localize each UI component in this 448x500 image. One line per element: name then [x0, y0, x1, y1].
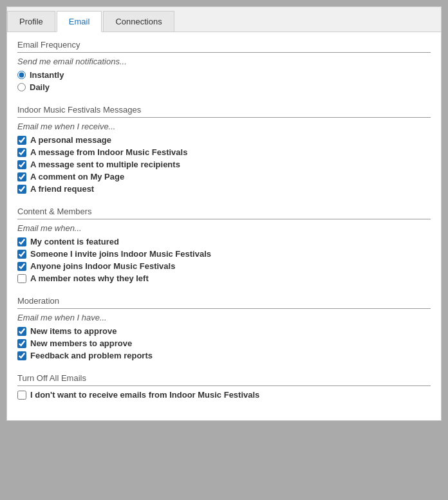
- turn-off-title: Turn Off All Emails: [17, 373, 431, 383]
- content-members-subtitle: Email me when...: [17, 223, 431, 233]
- checkbox-new-items[interactable]: New items to approve: [17, 326, 431, 336]
- checkbox-org-msg-input[interactable]: [17, 148, 26, 157]
- checkbox-new-members[interactable]: New members to approve: [17, 338, 431, 348]
- section-email-frequency: Email Frequency Send me email notificati…: [17, 40, 431, 92]
- radio-daily-input[interactable]: [17, 83, 26, 91]
- checkbox-invite-joins-label: Someone I invite joins Indoor Music Fest…: [30, 249, 211, 259]
- checkbox-content-featured-label: My content is featured: [30, 237, 119, 246]
- indoor-music-subtitle: Email me when I receive...: [17, 122, 431, 131]
- checkbox-multi-msg-input[interactable]: [17, 160, 26, 169]
- radio-instantly-input[interactable]: [17, 71, 26, 79]
- section-moderation: Moderation Email me when I have... New i…: [17, 296, 431, 360]
- checkbox-no-emails-input[interactable]: [17, 391, 26, 400]
- checkbox-member-left-input[interactable]: [17, 274, 26, 283]
- tab-connections[interactable]: Connections: [103, 11, 174, 32]
- checkbox-member-left-label: A member notes why they left: [30, 273, 149, 283]
- checkbox-no-emails[interactable]: I don't want to receive emails from Indo…: [17, 390, 431, 400]
- checkbox-feedback[interactable]: Feedback and problem reports: [17, 351, 431, 360]
- radio-instantly[interactable]: Instantly: [17, 70, 431, 80]
- checkbox-new-items-input[interactable]: [17, 327, 26, 336]
- radio-instantly-label: Instantly: [30, 70, 64, 80]
- checkbox-new-items-label: New items to approve: [30, 326, 117, 336]
- checkbox-feedback-label: Feedback and problem reports: [30, 351, 153, 360]
- checkbox-personal-msg-label: A personal message: [30, 135, 111, 145]
- checkbox-org-msg[interactable]: A message from Indoor Music Festivals: [17, 147, 431, 157]
- checkbox-org-msg-label: A message from Indoor Music Festivals: [30, 147, 187, 157]
- moderation-subtitle: Email me when I have...: [17, 313, 431, 322]
- content-area: Email Frequency Send me email notificati…: [7, 32, 441, 420]
- tab-profile[interactable]: Profile: [7, 11, 55, 32]
- checkbox-friend-req-input[interactable]: [17, 185, 26, 194]
- radio-daily[interactable]: Daily: [17, 82, 431, 92]
- checkbox-new-members-label: New members to approve: [30, 338, 132, 348]
- checkbox-invite-joins[interactable]: Someone I invite joins Indoor Music Fest…: [17, 249, 431, 259]
- checkbox-feedback-input[interactable]: [17, 351, 26, 360]
- email-frequency-subtitle: Send me email notifications...: [17, 57, 431, 66]
- checkbox-new-members-input[interactable]: [17, 339, 26, 348]
- checkbox-multi-msg[interactable]: A message sent to multiple recipients: [17, 160, 431, 169]
- checkbox-comment-page-input[interactable]: [17, 172, 26, 181]
- checkbox-friend-req-label: A friend request: [30, 184, 94, 194]
- main-container: Profile Email Connections Email Frequenc…: [6, 6, 442, 421]
- checkbox-anyone-joins-label: Anyone joins Indoor Music Festivals: [30, 261, 175, 271]
- content-members-title: Content & Members: [17, 207, 431, 216]
- checkbox-comment-page[interactable]: A comment on My Page: [17, 172, 431, 181]
- checkbox-anyone-joins-input[interactable]: [17, 262, 26, 271]
- tab-bar: Profile Email Connections: [7, 7, 441, 32]
- section-indoor-music: Indoor Music Festivals Messages Email me…: [17, 105, 431, 194]
- checkbox-no-emails-label: I don't want to receive emails from Indo…: [30, 390, 259, 400]
- indoor-music-title: Indoor Music Festivals Messages: [17, 105, 431, 115]
- radio-daily-label: Daily: [30, 82, 50, 92]
- checkbox-invite-joins-input[interactable]: [17, 250, 26, 259]
- checkbox-anyone-joins[interactable]: Anyone joins Indoor Music Festivals: [17, 261, 431, 271]
- section-turn-off: Turn Off All Emails I don't want to rece…: [17, 373, 431, 400]
- checkbox-multi-msg-label: A message sent to multiple recipients: [30, 160, 180, 169]
- checkbox-comment-page-label: A comment on My Page: [30, 172, 124, 181]
- tab-email[interactable]: Email: [57, 11, 102, 32]
- checkbox-content-featured-input[interactable]: [17, 237, 26, 246]
- checkbox-personal-msg[interactable]: A personal message: [17, 135, 431, 145]
- section-content-members: Content & Members Email me when... My co…: [17, 207, 431, 283]
- checkbox-member-left[interactable]: A member notes why they left: [17, 273, 431, 283]
- checkbox-content-featured[interactable]: My content is featured: [17, 237, 431, 246]
- checkbox-friend-req[interactable]: A friend request: [17, 184, 431, 194]
- moderation-title: Moderation: [17, 296, 431, 306]
- checkbox-personal-msg-input[interactable]: [17, 136, 26, 145]
- email-frequency-title: Email Frequency: [17, 40, 431, 50]
